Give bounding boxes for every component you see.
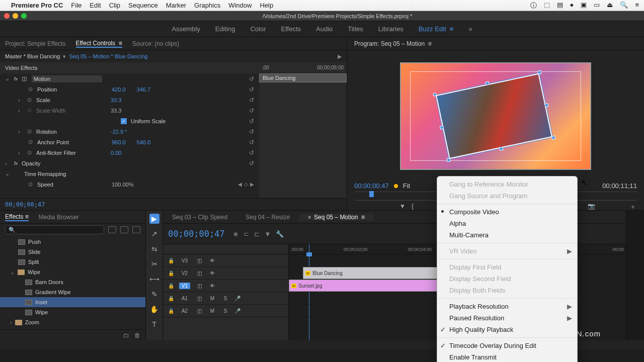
filter-icon-3[interactable] xyxy=(132,226,140,233)
timeline-tab-seq03[interactable]: Seq 03 – Clip Speed xyxy=(163,214,236,221)
filter-icon-1[interactable] xyxy=(108,226,116,233)
position-x[interactable]: 420.0 xyxy=(112,86,126,93)
ws-titles[interactable]: Titles xyxy=(348,25,363,33)
tab-effects[interactable]: Effects ≡ xyxy=(5,213,29,221)
track-a1[interactable]: 🔒A1◫MS🎤 xyxy=(163,292,288,305)
tab-source[interactable]: Source: (no clips) xyxy=(132,40,179,47)
linked-selection-icon[interactable]: ⊂ xyxy=(244,230,249,238)
track-a2[interactable]: 🔒A2◫MS🎤 xyxy=(163,305,288,317)
track-v3[interactable]: 🔒V3◫👁 xyxy=(163,254,288,267)
effect-folder-zoom[interactable]: ›Zoom xyxy=(0,317,145,327)
track-v1[interactable]: 🔒V1◫👁 xyxy=(163,280,288,292)
eject-icon[interactable]: ⏏ xyxy=(607,1,613,10)
menu-item-multi-camera[interactable]: Multi-Camera xyxy=(437,229,577,241)
rotation-value[interactable]: -22.9 ° xyxy=(111,129,127,135)
camera-icon[interactable]: 📷 xyxy=(588,203,595,210)
effect-item-barn-doors[interactable]: Barn Doors xyxy=(0,277,145,287)
motion-group[interactable]: ⌄fx◫ Motion ↺ xyxy=(0,73,259,84)
mark-in-button[interactable]: { xyxy=(412,203,419,210)
uniform-scale-checkbox[interactable]: ✓ xyxy=(121,118,127,124)
marker-add-icon[interactable]: ▼ xyxy=(265,230,271,238)
effect-controls-timecode[interactable]: 00;00;00;47 xyxy=(0,198,347,210)
menu-item-hq-playback[interactable]: ✓High Quality Playback xyxy=(437,324,577,335)
timeline-timecode[interactable]: 00;00;00;47 xyxy=(168,229,225,239)
ripple-tool[interactable]: ⇆ xyxy=(149,244,159,254)
opacity-group[interactable]: ›fx Opacity ↺ xyxy=(0,158,259,168)
transform-handle[interactable] xyxy=(551,136,555,140)
program-playhead[interactable] xyxy=(369,191,374,197)
menu-help[interactable]: Help xyxy=(260,2,273,9)
selection-tool[interactable]: ▶ xyxy=(149,214,159,224)
pen-tool[interactable]: ✎ xyxy=(149,289,159,299)
tab-media-browser[interactable]: Media Browser xyxy=(39,214,79,221)
delete-icon[interactable]: 🗑 xyxy=(134,332,140,339)
anchor-x[interactable]: 960.0 xyxy=(112,139,126,145)
track-select-tool[interactable]: ↗ xyxy=(149,229,159,239)
add-button[interactable]: ＋ xyxy=(630,203,637,210)
position-y[interactable]: 346.7 xyxy=(137,86,151,93)
close-button[interactable] xyxy=(4,13,10,19)
snap-icon[interactable]: ⋇ xyxy=(233,230,238,238)
app-name[interactable]: Premiere Pro CC xyxy=(11,2,63,9)
ws-audio[interactable]: Audio xyxy=(316,25,333,33)
transform-handle[interactable] xyxy=(447,158,451,162)
razor-tool[interactable]: ✂ xyxy=(149,259,159,269)
type-tool[interactable]: T xyxy=(149,319,159,329)
tab-effect-controls[interactable]: Effect Controls ≡ xyxy=(76,40,122,48)
scale-value[interactable]: 33.3 xyxy=(111,97,121,103)
menu-graphics[interactable]: Graphics xyxy=(194,2,220,9)
target-sequence-link[interactable]: Seq 05 – Motion * Blue Dancing xyxy=(69,53,147,59)
effects-search-input[interactable] xyxy=(5,225,104,234)
reset-icon[interactable]: ↺ xyxy=(249,75,254,82)
slip-tool[interactable]: ⟷ xyxy=(149,274,159,284)
program-current-tc[interactable]: 00;00;00;47 xyxy=(354,182,389,190)
new-bin-icon[interactable]: 🗀 xyxy=(123,332,129,339)
effect-item-gradient-wipe[interactable]: Gradient Wipe xyxy=(0,287,145,297)
transform-handle[interactable] xyxy=(537,70,541,74)
filter-icon-2[interactable] xyxy=(120,226,128,233)
dot-icon[interactable]: ● xyxy=(570,1,574,10)
info-icon[interactable]: ⓘ xyxy=(530,1,537,10)
menu-item-alpha[interactable]: Alpha xyxy=(437,218,577,229)
menu-window[interactable]: Window xyxy=(228,2,252,9)
menu-item-playback-res[interactable]: Playback Resolution▶ xyxy=(437,301,577,312)
transform-handle[interactable] xyxy=(433,93,437,97)
ws-libraries[interactable]: Libraries xyxy=(378,25,404,33)
program-canvas[interactable] xyxy=(400,62,591,170)
transform-handle[interactable] xyxy=(544,103,548,107)
airplay-icon[interactable]: ▭ xyxy=(594,1,600,10)
effect-item-split[interactable]: Split xyxy=(0,257,145,267)
time-remapping-group[interactable]: ⌄ Time Remapping xyxy=(0,168,259,179)
prop-uniform-scale[interactable]: ✓ Uniform Scale ↺ xyxy=(0,116,259,126)
cc-icon[interactable]: ▤ xyxy=(557,1,563,10)
effect-folder-wipe[interactable]: ⌄Wipe xyxy=(0,267,145,277)
ws-effects[interactable]: Effects xyxy=(281,25,301,33)
effect-item-slide[interactable]: Slide xyxy=(0,247,145,257)
menu-item-paused-res[interactable]: Paused Resolution▶ xyxy=(437,312,577,324)
list-icon[interactable]: ≡ xyxy=(635,1,639,10)
marker-icon[interactable]: ⊏ xyxy=(254,230,260,238)
antiflicker-value[interactable]: 0.00 xyxy=(111,150,121,156)
menu-item-enable-transmit[interactable]: Enable Transmit xyxy=(437,351,577,362)
menu-item-timecode-overlay[interactable]: ✓Timecode Overlay During Edit xyxy=(437,340,577,351)
menu-item-composite-video[interactable]: Composite Video xyxy=(437,206,577,218)
transform-handle[interactable] xyxy=(486,81,490,85)
transform-handle[interactable] xyxy=(440,125,444,129)
wrench-icon[interactable]: 🔧 xyxy=(276,230,284,238)
menu-file[interactable]: File xyxy=(71,2,82,9)
ws-assembly[interactable]: Assembly xyxy=(172,25,200,33)
dropbox-icon[interactable]: ⬚ xyxy=(544,1,550,10)
tab-project[interactable]: Project: Simple Effects xyxy=(5,40,66,47)
menu-edit[interactable]: Edit xyxy=(90,2,101,9)
spotlight-icon[interactable]: 🔍 xyxy=(620,1,628,10)
timeline-tab-seq04[interactable]: Seq 04 – Resize xyxy=(236,214,299,221)
zoom-fit[interactable]: Fit xyxy=(403,182,410,190)
ws-buzzedit[interactable]: Buzz Edit ≡ xyxy=(419,25,454,33)
add-marker-button[interactable]: ▼ xyxy=(399,203,407,210)
ws-overflow[interactable]: » xyxy=(468,25,472,33)
transform-handle[interactable] xyxy=(499,147,503,151)
program-tab[interactable]: Program: Seq 05 – Motion ≡ xyxy=(347,37,644,50)
speed-value[interactable]: 100.00% xyxy=(112,182,133,188)
minimize-button[interactable] xyxy=(13,13,18,19)
menu-marker[interactable]: Marker xyxy=(166,2,186,9)
